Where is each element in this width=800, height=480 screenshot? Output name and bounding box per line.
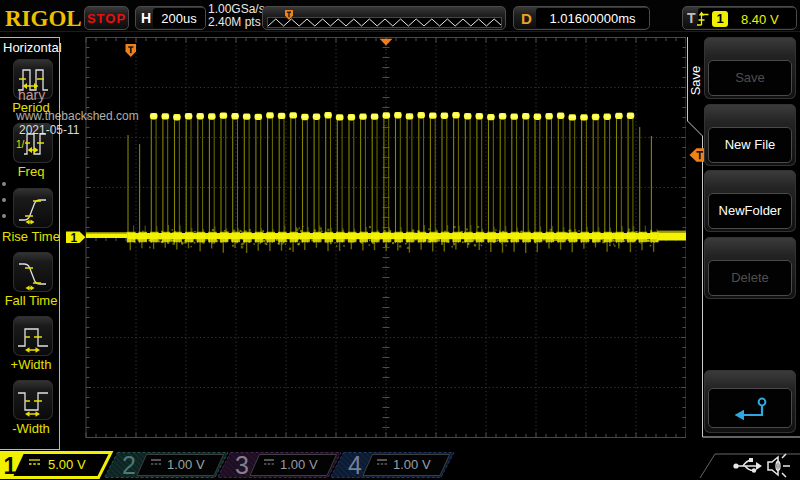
svg-text:1.00 V: 1.00 V xyxy=(280,457,318,472)
svg-text:2: 2 xyxy=(122,451,136,479)
svg-text:1: 1 xyxy=(71,231,78,245)
svg-text:3: 3 xyxy=(235,451,249,479)
svg-text:1: 1 xyxy=(4,453,17,479)
svg-text:1/: 1/ xyxy=(16,139,25,150)
svg-text:5.00 V: 5.00 V xyxy=(48,457,86,472)
svg-text:1.00 V: 1.00 V xyxy=(167,457,205,472)
svg-text:4: 4 xyxy=(348,451,362,479)
svg-text:1.00 V: 1.00 V xyxy=(393,457,431,472)
